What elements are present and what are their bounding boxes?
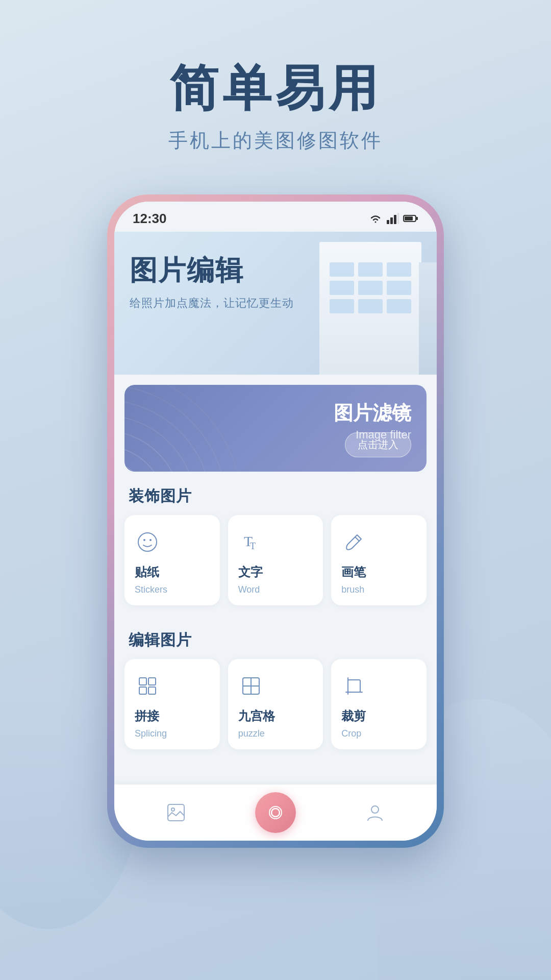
svg-rect-2 <box>394 215 396 224</box>
svg-rect-22 <box>139 687 146 694</box>
wifi-icon <box>368 213 383 224</box>
window <box>330 299 354 313</box>
text-cn: 文字 <box>238 564 263 580</box>
phone-mockup: 12:30 <box>0 194 551 848</box>
svg-rect-6 <box>416 217 418 220</box>
window <box>330 281 354 295</box>
splice-cn: 拼接 <box>135 708 159 724</box>
svg-point-13 <box>124 385 227 472</box>
text-icon: T T <box>238 529 264 555</box>
svg-text:T: T <box>250 541 256 551</box>
decorate-tools-grid: 贴纸 Stickers T T 文字 Word <box>114 515 437 616</box>
profile-nav-icon <box>362 799 388 826</box>
section-title-edit: 编辑图片 <box>114 616 437 659</box>
filter-enter-button[interactable]: 点击进入 <box>345 432 411 457</box>
phone-inner-screen: 12:30 <box>114 202 437 841</box>
nav-camera-center[interactable] <box>255 792 296 833</box>
building-side <box>419 262 437 375</box>
nav-gallery[interactable] <box>163 799 189 826</box>
puzzle-cn: 九宫格 <box>238 708 275 724</box>
splice-en: Splicing <box>135 728 167 739</box>
window <box>358 262 383 277</box>
nav-profile[interactable] <box>362 799 388 826</box>
svg-rect-21 <box>148 678 156 685</box>
crop-icon <box>341 673 367 699</box>
svg-rect-23 <box>148 687 156 694</box>
svg-rect-5 <box>405 216 413 220</box>
tool-card-crop[interactable]: 裁剪 Crop <box>331 659 427 749</box>
building-main <box>319 242 421 375</box>
edit-tools-grid: 拼接 Splicing 九宫格 puzzle <box>114 659 437 760</box>
tool-card-text[interactable]: T T 文字 Word <box>228 515 323 605</box>
brush-en: brush <box>341 584 364 595</box>
svg-rect-20 <box>139 678 146 685</box>
svg-point-15 <box>138 533 157 551</box>
brush-cn: 画笔 <box>341 564 366 580</box>
svg-point-10 <box>124 431 181 472</box>
building-windows <box>330 262 411 313</box>
svg-rect-1 <box>390 217 393 224</box>
phone-scroll-content[interactable]: 图片编辑 给照片加点魔法，让记忆更生动 <box>114 232 437 841</box>
svg-rect-0 <box>387 220 389 224</box>
status-time: 12:30 <box>133 211 167 227</box>
window <box>330 262 354 277</box>
status-bar: 12:30 <box>114 202 437 232</box>
svg-point-17 <box>149 539 152 541</box>
window <box>387 262 411 277</box>
svg-point-16 <box>143 539 145 541</box>
splice-icon <box>135 673 160 699</box>
svg-rect-27 <box>348 680 360 692</box>
section-title-decorate: 装饰图片 <box>114 472 437 515</box>
concentric-decoration <box>124 385 247 472</box>
window <box>358 299 383 313</box>
hero-section: 图片编辑 给照片加点魔法，让记忆更生动 <box>114 232 437 375</box>
gallery-nav-icon <box>163 799 189 826</box>
svg-point-12 <box>124 400 211 472</box>
stickers-en: Stickers <box>135 584 167 595</box>
sticker-icon <box>135 529 160 555</box>
hero-title: 图片编辑 <box>130 252 294 289</box>
battery-icon <box>403 214 418 223</box>
puzzle-en: puzzle <box>238 728 265 739</box>
phone-outer-frame: 12:30 <box>107 194 444 848</box>
filter-title-cn: 图片滤镜 <box>334 400 411 426</box>
window <box>387 281 411 295</box>
signal-icon <box>387 213 399 224</box>
crop-en: Crop <box>341 728 361 739</box>
window <box>387 299 411 313</box>
hero-subtitle: 给照片加点魔法，让记忆更生动 <box>130 296 294 311</box>
text-en: Word <box>238 584 260 595</box>
camera-center-icon <box>266 803 285 822</box>
header-section: 简单易用 手机上的美图修图软件 <box>0 0 551 184</box>
tool-card-splice[interactable]: 拼接 Splicing <box>124 659 220 749</box>
svg-point-11 <box>124 415 196 472</box>
tool-card-brush[interactable]: 画笔 brush <box>331 515 427 605</box>
svg-point-34 <box>371 806 379 813</box>
window <box>358 281 383 295</box>
svg-point-31 <box>171 808 174 811</box>
building-illustration <box>273 232 437 375</box>
filter-card[interactable]: 图片滤镜 Image filter 点击进入 <box>124 385 427 472</box>
stickers-cn: 贴纸 <box>135 564 159 580</box>
bottom-navigation <box>114 785 437 841</box>
brush-icon <box>341 529 367 555</box>
status-icons <box>368 213 418 224</box>
sub-title: 手机上的美图修图软件 <box>0 128 551 154</box>
tool-card-puzzle[interactable]: 九宫格 puzzle <box>228 659 323 749</box>
crop-cn: 裁剪 <box>341 708 366 724</box>
svg-point-32 <box>271 808 280 817</box>
svg-point-14 <box>124 385 242 472</box>
svg-point-9 <box>124 446 165 472</box>
main-title: 简单易用 <box>0 61 551 115</box>
tool-card-stickers[interactable]: 贴纸 Stickers <box>124 515 220 605</box>
puzzle-icon <box>238 673 264 699</box>
hero-text: 图片编辑 给照片加点魔法，让记忆更生动 <box>130 252 294 311</box>
svg-rect-3 <box>397 213 399 224</box>
